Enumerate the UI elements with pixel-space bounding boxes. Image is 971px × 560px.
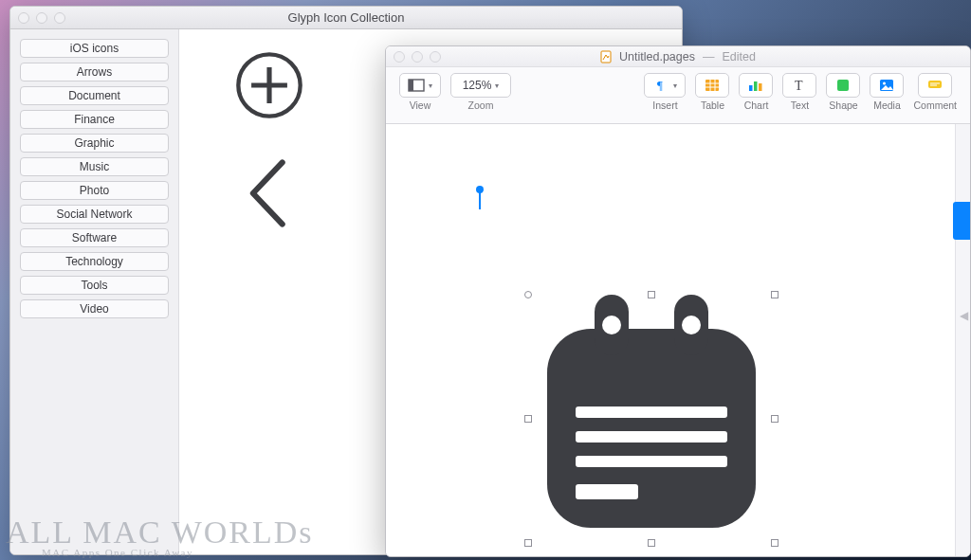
- category-arrows[interactable]: Arrows: [20, 63, 169, 81]
- resize-handle-middle-right[interactable]: [771, 415, 779, 423]
- media-button[interactable]: [870, 73, 904, 98]
- svg-rect-34: [837, 80, 849, 91]
- comment-icon: [926, 77, 944, 94]
- insert-icon: ¶: [652, 77, 669, 94]
- zoom-window-icon[interactable]: [54, 12, 65, 24]
- chevron-down-icon: ▾: [673, 81, 677, 90]
- category-music[interactable]: Music: [20, 157, 169, 176]
- plus-circle-icon[interactable]: [189, 33, 350, 137]
- text-icon: T: [791, 77, 808, 94]
- category-document[interactable]: Document: [20, 86, 169, 105]
- category-technology[interactable]: Technology: [20, 252, 169, 271]
- svg-rect-45: [576, 456, 727, 467]
- glyph-window-titlebar[interactable]: Glyph Icon Collection: [10, 7, 682, 29]
- svg-text:¶: ¶: [657, 78, 663, 92]
- notepad-glyph-icon: [528, 295, 775, 543]
- shape-icon: [834, 77, 852, 94]
- pages-window-titlebar[interactable]: Untitled.pages — Edited: [386, 46, 970, 67]
- svg-rect-44: [576, 431, 727, 443]
- chevron-down-icon: ▾: [495, 81, 499, 90]
- resize-handle-bottom-middle[interactable]: [648, 539, 655, 547]
- category-video[interactable]: Video: [20, 299, 169, 318]
- view-label: View: [410, 99, 431, 111]
- pages-canvas[interactable]: ◀: [386, 124, 970, 556]
- pages-doc-icon: [600, 50, 612, 63]
- chevron-left-icon[interactable]: [189, 141, 350, 245]
- resize-handle-middle-left[interactable]: [524, 415, 532, 423]
- svg-rect-32: [759, 83, 762, 91]
- svg-rect-31: [754, 81, 758, 91]
- traffic-lights: [18, 12, 65, 24]
- svg-rect-23: [409, 80, 413, 91]
- text-button[interactable]: T: [782, 73, 816, 98]
- format-tab-handle[interactable]: [953, 202, 970, 240]
- media-label: Media: [873, 99, 901, 111]
- resize-handle-top-left[interactable]: [524, 291, 532, 298]
- pages-document-status: Edited: [722, 50, 755, 63]
- svg-point-36: [883, 82, 886, 85]
- selected-shape-notepad[interactable]: [528, 295, 775, 543]
- watermark: ALL MAC WORLDs MAC Apps One Click Away: [6, 515, 314, 558]
- close-window-icon[interactable]: [18, 12, 29, 24]
- chevron-down-icon: ▾: [429, 81, 432, 90]
- table-label: Table: [701, 99, 724, 111]
- insert-button[interactable]: ¶ ▾: [644, 73, 686, 98]
- zoom-value: 125%: [463, 79, 492, 92]
- svg-rect-46: [576, 484, 638, 499]
- comment-label: Comment: [913, 99, 957, 111]
- chart-button[interactable]: [739, 73, 773, 98]
- svg-rect-37: [928, 81, 942, 88]
- view-button[interactable]: ▾: [399, 73, 441, 98]
- table-button[interactable]: [695, 73, 729, 98]
- chart-label: Chart: [744, 99, 769, 111]
- resize-handle-bottom-left[interactable]: [524, 539, 532, 547]
- inspector-rail: [955, 124, 970, 556]
- resize-handle-top-middle[interactable]: [648, 291, 655, 298]
- pages-title-wrap: Untitled.pages — Edited: [386, 50, 970, 63]
- minimize-window-icon[interactable]: [36, 12, 47, 24]
- chart-icon: [747, 77, 764, 94]
- shape-button[interactable]: [826, 73, 860, 98]
- view-icon: [408, 77, 425, 94]
- zoom-button[interactable]: 125% ▾: [450, 73, 511, 98]
- pages-document-title: Untitled.pages: [619, 50, 695, 63]
- category-sidebar: iOS icons Arrows Document Finance Graphi…: [10, 29, 179, 554]
- resize-handle-top-right[interactable]: [771, 291, 779, 298]
- table-icon: [704, 77, 721, 94]
- svg-point-41: [602, 316, 621, 334]
- svg-rect-21: [601, 51, 611, 63]
- shape-label: Shape: [829, 99, 857, 111]
- zoom-label: Zoom: [468, 99, 494, 111]
- text-cursor-indicator: [479, 190, 481, 209]
- category-photo[interactable]: Photo: [20, 181, 169, 200]
- insert-label: Insert: [652, 99, 677, 111]
- category-tools[interactable]: Tools: [20, 276, 169, 295]
- watermark-line1: ALL MAC WORLDs: [6, 515, 314, 551]
- media-icon: [878, 77, 895, 94]
- category-ios-icons[interactable]: iOS icons: [20, 39, 169, 58]
- text-label: Text: [791, 99, 809, 111]
- comment-button[interactable]: [918, 73, 952, 98]
- svg-rect-25: [705, 80, 719, 91]
- category-social-network[interactable]: Social Network: [20, 205, 169, 224]
- svg-rect-30: [749, 85, 753, 91]
- collapse-inspector-icon[interactable]: ◀: [957, 304, 970, 327]
- category-software[interactable]: Software: [20, 228, 169, 247]
- pages-title-separator: —: [703, 50, 715, 63]
- pages-toolbar: ▾ View 125% ▾ Zoom ¶ ▾ Insert Table: [386, 67, 970, 124]
- svg-point-42: [682, 316, 701, 334]
- glyph-window-title: Glyph Icon Collection: [10, 10, 682, 25]
- category-graphic[interactable]: Graphic: [20, 134, 169, 153]
- svg-rect-43: [576, 406, 727, 418]
- svg-text:T: T: [795, 79, 803, 93]
- category-finance[interactable]: Finance: [20, 110, 169, 129]
- resize-handle-bottom-right[interactable]: [771, 539, 779, 547]
- pages-document-window: Untitled.pages — Edited ▾ View 125% ▾ Zo…: [385, 45, 971, 557]
